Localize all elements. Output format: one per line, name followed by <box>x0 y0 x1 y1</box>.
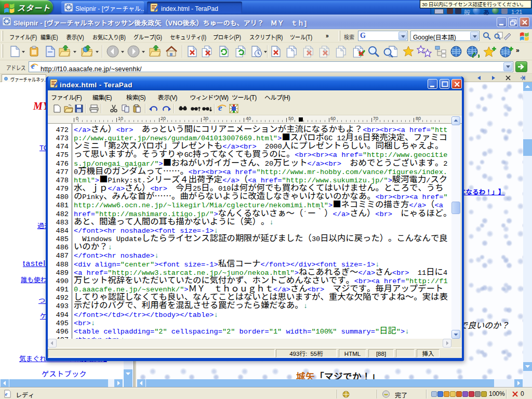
svg-text:e: e <box>5 391 8 397</box>
